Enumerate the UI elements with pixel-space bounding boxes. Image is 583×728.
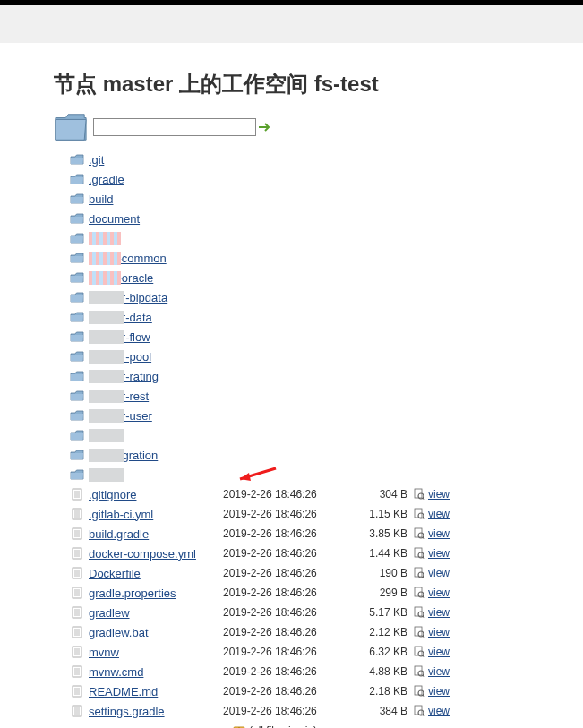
file-link[interactable]: Dockerfile: [89, 567, 223, 580]
folder-row: .git: [70, 150, 583, 169]
view-link[interactable]: view: [428, 488, 450, 501]
folder-row: -starter-blpdata: [70, 287, 583, 307]
file-icon: [70, 646, 84, 658]
folder-link[interactable]: svc: [89, 429, 223, 442]
svg-marker-2: [240, 473, 251, 481]
file-row: mvnw2019-2-26 18:46:266.32 KBview: [70, 642, 583, 662]
folder-icon: [70, 212, 84, 225]
folder-link[interactable]: -api: [89, 232, 223, 245]
view-icon: [413, 626, 425, 638]
folder-link[interactable]: svc-migration: [89, 449, 223, 462]
svg-rect-3: [73, 489, 81, 500]
path-input[interactable]: [93, 118, 256, 136]
file-date: 2019-2-26 18:46:26: [223, 547, 348, 560]
svg-line-26: [423, 537, 424, 539]
folder-row: -api: [70, 228, 583, 248]
file-size: 2.12 KB: [348, 626, 410, 638]
folder-row: svc-migration: [70, 445, 583, 465]
file-link[interactable]: README.md: [89, 685, 223, 698]
folder-link[interactable]: -starter-flow: [89, 330, 223, 344]
file-link[interactable]: build.gradle: [89, 527, 223, 541]
svg-line-66: [423, 636, 424, 638]
file-row: docker-compose.yml2019-2-26 18:46:261.44…: [70, 544, 583, 563]
folder-link[interactable]: document: [89, 212, 223, 226]
svg-line-1: [240, 468, 276, 479]
folder-link[interactable]: .gradle: [89, 173, 223, 186]
folder-link[interactable]: -base-common: [89, 252, 223, 265]
file-icon: [70, 665, 84, 678]
file-link[interactable]: docker-compose.yml: [89, 547, 223, 561]
folder-link[interactable]: -starter-pool: [89, 350, 223, 364]
file-row: build.gradle2019-2-26 18:46:263.85 KBvie…: [70, 524, 583, 544]
file-icon: [70, 587, 84, 599]
view-link[interactable]: view: [428, 646, 450, 658]
view-link[interactable]: view: [428, 527, 450, 540]
all-files-in-zip[interactable]: (all files in zip): [233, 724, 583, 728]
folder-icon: [70, 252, 84, 264]
file-link[interactable]: gradlew: [89, 606, 223, 620]
file-link[interactable]: gradle.properties: [89, 587, 223, 600]
page-title: 节点 master 上的工作空间 fs-test: [54, 70, 583, 98]
folder-link[interactable]: -starter-blpdata: [89, 291, 223, 304]
view-link[interactable]: view: [428, 626, 450, 638]
go-arrow-icon[interactable]: [258, 120, 272, 134]
view-link[interactable]: view: [428, 547, 450, 560]
file-link[interactable]: gradlew.bat: [89, 626, 223, 639]
file-icon: [70, 685, 84, 698]
folder-link[interactable]: -base-oracle: [89, 271, 223, 285]
view-link[interactable]: view: [428, 567, 450, 579]
file-date: 2019-2-26 18:46:26: [223, 685, 348, 698]
file-icon: [70, 547, 84, 560]
view-link[interactable]: view: [428, 606, 450, 619]
file-link[interactable]: mvnw: [89, 646, 223, 659]
folder-link[interactable]: test: [89, 468, 223, 482]
folder-icon: [70, 409, 84, 422]
file-date: 2019-2-26 18:46:26: [223, 606, 348, 619]
view-link[interactable]: view: [428, 508, 450, 520]
file-listing: .git.gradlebuilddocument -api -base-comm…: [70, 150, 583, 721]
folder-row: -starter-data: [70, 307, 583, 327]
folder-row: -base-common: [70, 248, 583, 268]
folder-link[interactable]: .git: [89, 153, 223, 167]
svg-line-58: [423, 616, 424, 618]
folder-link[interactable]: -starter-user: [89, 409, 223, 423]
file-link[interactable]: .gitlab-ci.yml: [89, 508, 223, 521]
view-link[interactable]: view: [428, 685, 450, 698]
root-folder-icon[interactable]: [54, 112, 88, 142]
svg-line-74: [423, 655, 424, 657]
svg-line-34: [423, 557, 424, 559]
view-icon: [413, 587, 425, 599]
folder-icon: [70, 468, 84, 481]
file-icon: [70, 705, 84, 717]
folder-row: .gradle: [70, 169, 583, 189]
svg-line-10: [423, 498, 424, 500]
svg-rect-91: [73, 706, 81, 716]
folder-link[interactable]: -starter-rest: [89, 390, 223, 403]
folder-row: document: [70, 209, 583, 228]
svg-rect-59: [73, 627, 81, 638]
view-icon: [413, 646, 425, 658]
view-link[interactable]: view: [428, 587, 450, 599]
svg-line-82: [423, 675, 424, 677]
view-icon: [413, 547, 425, 560]
file-row: .gitlab-ci.yml2019-2-26 18:46:261.15 KBv…: [70, 504, 583, 524]
folder-icon: [70, 350, 84, 363]
view-icon: [413, 488, 425, 501]
file-size: 304 B: [348, 488, 410, 501]
svg-line-18: [423, 518, 424, 519]
file-link[interactable]: .gitignore: [89, 488, 223, 501]
folder-row: -starter-pool: [70, 347, 583, 366]
folder-link[interactable]: -starter-data: [89, 311, 223, 324]
file-size: 1.15 KB: [348, 508, 410, 520]
file-link[interactable]: settings.gradle: [89, 705, 223, 718]
file-link[interactable]: mvnw.cmd: [89, 665, 223, 679]
folder-link[interactable]: -starter-rating: [89, 370, 223, 383]
view-link[interactable]: view: [428, 665, 450, 678]
folder-link[interactable]: build: [89, 193, 223, 206]
file-row: gradle.properties2019-2-26 18:46:26299 B…: [70, 583, 583, 603]
view-link[interactable]: view: [428, 705, 450, 717]
file-date: 2019-2-26 18:46:26: [223, 508, 348, 520]
view-icon: [413, 508, 425, 520]
file-size: 384 B: [348, 705, 410, 717]
folder-icon: [70, 390, 84, 402]
